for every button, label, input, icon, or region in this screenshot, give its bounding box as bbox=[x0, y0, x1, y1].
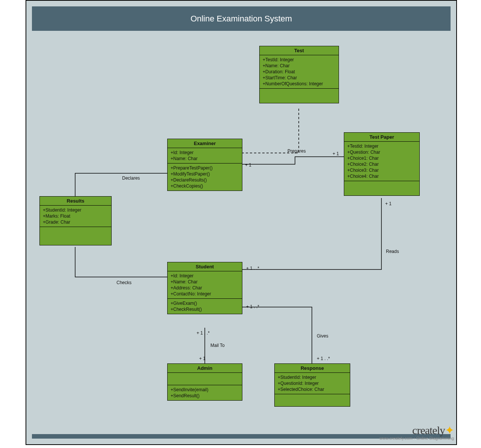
class-ops bbox=[40, 227, 111, 245]
class-attrs: +StudentId: Integer +QuestionId: Integer… bbox=[275, 373, 350, 394]
class-attrs: +Id: Integer +Name: Char bbox=[168, 148, 242, 163]
diagram-title: Online Examination System bbox=[191, 14, 292, 24]
class-attrs: +Id: Integer +Name: Char +Address: Char … bbox=[168, 271, 242, 299]
class-name: Test Paper bbox=[344, 133, 419, 142]
mult-admin-mailto: + 1 bbox=[199, 356, 206, 361]
class-name: Test bbox=[260, 46, 339, 55]
class-attrs bbox=[168, 373, 242, 385]
class-student[interactable]: Student +Id: Integer +Name: Char +Addres… bbox=[167, 262, 242, 314]
logo-sub: www.creately.com • Online Diagramming bbox=[380, 436, 454, 440]
class-name: Response bbox=[275, 364, 350, 373]
page: Online Examination System bbox=[0, 0, 481, 448]
class-name: Student bbox=[168, 262, 242, 271]
class-ops: +PrepareTestPaper() +ModifyTestPaper() +… bbox=[168, 163, 242, 191]
mult-examiner-prepares: + 1 bbox=[245, 162, 251, 168]
class-ops bbox=[344, 181, 419, 195]
title-bar: Online Examination System bbox=[32, 6, 451, 31]
bulb-icon: ✦ bbox=[445, 424, 454, 436]
mult-student-reads: + 1 . .* bbox=[246, 266, 259, 271]
class-attrs: +StudentId: Integer +Marks: Float +Grade… bbox=[40, 206, 111, 227]
class-test-paper[interactable]: Test Paper +TestId: Integer +Question: C… bbox=[344, 132, 420, 196]
class-test[interactable]: Test +TestId: Integer +Name: Char +Durat… bbox=[259, 46, 339, 103]
label-prepares: Prepares bbox=[287, 148, 306, 154]
mult-student-gives: + 1 . .* bbox=[246, 304, 259, 309]
label-checks: Checks bbox=[116, 280, 132, 285]
label-declares: Declares bbox=[122, 176, 140, 181]
mult-response-gives: + 1 . .* bbox=[317, 356, 330, 361]
mult-student-mailto: + 1 . .* bbox=[197, 330, 210, 336]
class-name: Results bbox=[40, 197, 111, 206]
diagram-frame: Online Examination System bbox=[26, 0, 457, 445]
class-examiner[interactable]: Examiner +Id: Integer +Name: Char +Prepa… bbox=[167, 139, 242, 191]
mult-testpaper-reads: + 1 bbox=[385, 201, 392, 206]
label-gives: Gives bbox=[317, 333, 328, 339]
creately-logo: creately✦ www.creately.com • Online Diag… bbox=[380, 424, 454, 440]
mult-testpaper-prepares: + 1 bbox=[333, 151, 339, 156]
logo-brand: creately✦ bbox=[380, 424, 454, 437]
label-mailto: Mail To bbox=[210, 343, 225, 348]
class-admin[interactable]: Admin +SendInvite(email) +SendResult() bbox=[167, 363, 242, 401]
class-ops: +SendInvite(email) +SendResult() bbox=[168, 385, 242, 400]
class-results[interactable]: Results +StudentId: Integer +Marks: Floa… bbox=[39, 196, 112, 245]
class-response[interactable]: Response +StudentId: Integer +QuestionId… bbox=[274, 363, 350, 407]
label-reads: Reads bbox=[386, 249, 399, 254]
class-name: Admin bbox=[168, 364, 242, 373]
class-ops bbox=[275, 394, 350, 406]
class-attrs: +TestId: Integer +Question: Char +Choice… bbox=[344, 142, 419, 181]
class-name: Examiner bbox=[168, 139, 242, 148]
canvas[interactable]: Test +TestId: Integer +Name: Char +Durat… bbox=[32, 36, 451, 433]
class-attrs: +TestId: Integer +Name: Char +Duration: … bbox=[260, 55, 339, 89]
class-ops: +GiveExam() +CheckResult() bbox=[168, 299, 242, 314]
class-ops bbox=[260, 89, 339, 103]
